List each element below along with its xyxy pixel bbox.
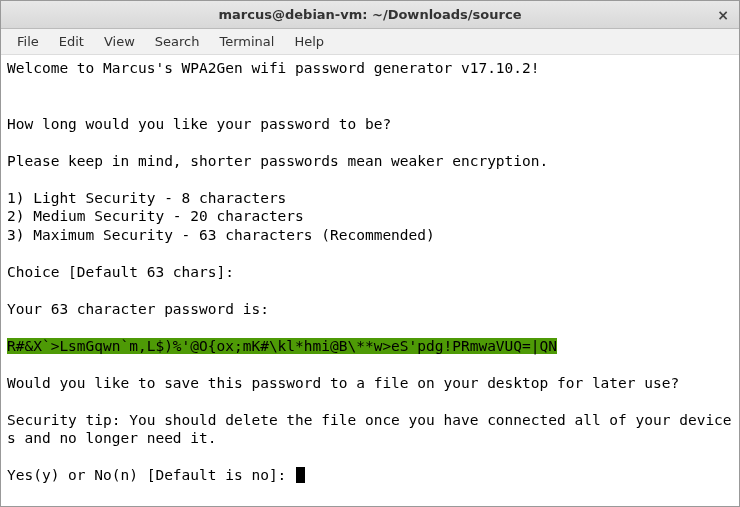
option3-line: 3) Maximum Security - 63 characters (Rec… [7, 227, 435, 243]
yesno-prompt-line: Yes(y) or No(n) [Default is no]: [7, 467, 295, 483]
terminal-window: marcus@debian-vm: ~/Downloads/source × F… [0, 0, 740, 507]
close-icon[interactable]: × [715, 7, 731, 23]
titlebar: marcus@debian-vm: ~/Downloads/source × [1, 1, 739, 29]
menu-edit[interactable]: Edit [49, 31, 94, 52]
menu-help[interactable]: Help [284, 31, 334, 52]
cursor [296, 467, 305, 483]
terminal-output[interactable]: Welcome to Marcus's WPA2Gen wifi passwor… [1, 55, 739, 506]
save-question-line: Would you like to save this password to … [7, 375, 679, 391]
menu-search[interactable]: Search [145, 31, 210, 52]
option2-line: 2) Medium Security - 20 characters [7, 208, 304, 224]
window-title: marcus@debian-vm: ~/Downloads/source [219, 7, 522, 22]
menu-view[interactable]: View [94, 31, 145, 52]
menubar: File Edit View Search Terminal Help [1, 29, 739, 55]
security-tip-line: Security tip: You should delete the file… [7, 412, 732, 447]
warning-line: Please keep in mind, shorter passwords m… [7, 153, 548, 169]
generated-password: R#&X`>LsmGqwn`m,L$)%'@O{ox;mK#\kl*hmi@B\… [7, 338, 557, 354]
welcome-line: Welcome to Marcus's WPA2Gen wifi passwor… [7, 60, 540, 76]
question-line: How long would you like your password to… [7, 116, 391, 132]
choice-prompt-line: Choice [Default 63 chars]: [7, 264, 234, 280]
result-header-line: Your 63 character password is: [7, 301, 269, 317]
option1-line: 1) Light Security - 8 characters [7, 190, 286, 206]
menu-file[interactable]: File [7, 31, 49, 52]
menu-terminal[interactable]: Terminal [209, 31, 284, 52]
